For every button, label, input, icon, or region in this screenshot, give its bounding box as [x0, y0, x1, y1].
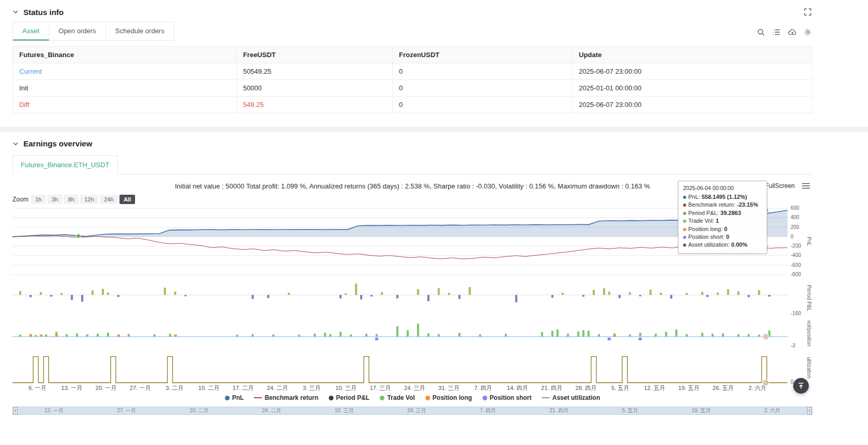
table-row: Diff549.2502025-06-07 23:00:00	[13, 97, 812, 113]
chart-legend: PnLBenchmark returnPeriod P&LTrade VolPo…	[12, 394, 812, 401]
svg-text:-3: -3	[791, 343, 795, 348]
chart-summary-text: Initial net value : 50000 Total profit: …	[175, 182, 650, 190]
section-divider	[0, 127, 868, 132]
svg-text:utilization: utilization	[806, 357, 812, 379]
svg-text:26. 五月: 26. 五月	[713, 385, 733, 391]
column-header-freeusdt: FreeUSDT	[236, 47, 392, 63]
legend-marker-icon	[329, 396, 333, 400]
svg-text:PnL: PnL	[806, 237, 812, 246]
column-header-frozenusdt: FrozenUSDT	[393, 47, 572, 63]
series-dot-icon	[683, 212, 686, 215]
cell-current-3: 2025-06-07 23:00:00	[572, 63, 812, 80]
navigator-labels: 13. 一月27. 一月10. 二月24. 二月10. 三月24. 三月7. 四…	[18, 407, 807, 414]
navigator-label: 27. 一月	[117, 407, 136, 414]
collapse-chevron-icon[interactable]	[12, 141, 19, 147]
navigator-right-handle[interactable]	[807, 407, 812, 414]
fullscreen-button[interactable]: FullScreen	[765, 182, 795, 190]
chart-navigator[interactable]: 13. 一月27. 一月10. 二月24. 二月10. 三月24. 三月7. 四…	[12, 407, 812, 415]
svg-text:-600: -600	[791, 262, 801, 268]
svg-text:200: 200	[791, 224, 799, 230]
asset-table-header-row: Futures_BinanceFreeUSDTFrozenUSDTUpdate	[13, 47, 812, 63]
svg-text:400: 400	[791, 214, 799, 220]
navigator-label: 21. 四月	[550, 407, 569, 414]
zoom-button-24h[interactable]: 24h	[100, 195, 117, 204]
svg-text:Period P&L: Period P&L	[806, 285, 812, 312]
legend-item-trade-vol[interactable]: Trade Vol	[380, 394, 415, 401]
series-dot-icon	[683, 204, 686, 207]
cell-init-1: 50000	[236, 80, 392, 97]
navigator-label: 10. 二月	[190, 407, 209, 414]
zoom-button-all[interactable]: All	[119, 195, 135, 204]
cell-init-3: 2025-01-01 00:00:00	[572, 80, 812, 97]
cell-current-1: 50549.25	[236, 63, 392, 80]
back-to-top-button[interactable]	[793, 378, 809, 394]
svg-text:-800: -800	[791, 272, 801, 277]
earnings-tab-strip: Futures_Binance.ETH_USDT	[12, 155, 812, 174]
collapse-chevron-icon[interactable]	[12, 9, 19, 15]
svg-text:2. 六月: 2. 六月	[749, 385, 766, 391]
legend-item-benchmark-return[interactable]: Benchmark return	[254, 394, 318, 401]
cell-init-2: 0	[393, 80, 572, 97]
svg-text:10. 三月: 10. 三月	[336, 385, 356, 391]
zoom-buttons: 1h 3h 8h 12h 24h All	[31, 196, 135, 203]
search-icon[interactable]	[756, 28, 766, 37]
navigator-label: 10. 三月	[335, 407, 354, 414]
table-row: Init5000002025-01-01 00:00:00	[13, 80, 812, 97]
legend-item-asset-utilization[interactable]: Asset utilization	[542, 394, 600, 401]
svg-text:5. 五月: 5. 五月	[611, 385, 629, 391]
navigator-label: 19. 五月	[692, 407, 711, 414]
navigator-left-handle[interactable]	[13, 407, 18, 414]
series-dot-icon	[683, 228, 686, 231]
zoom-button-8h[interactable]: 8h	[64, 195, 78, 204]
svg-text:-160: -160	[791, 311, 801, 316]
svg-text:7. 四月: 7. 四月	[474, 385, 492, 391]
legend-item-period-p-l[interactable]: Period P&L	[329, 394, 370, 401]
navigator-label: 24. 三月	[407, 407, 426, 414]
series-dot-icon	[683, 196, 686, 199]
svg-text:24. 三月: 24. 三月	[404, 385, 425, 391]
navigator-label: 7. 四月	[480, 407, 496, 414]
asset-table: Futures_BinanceFreeUSDTFrozenUSDTUpdate …	[12, 46, 812, 113]
tab-schedule-orders[interactable]: Schedule orders	[105, 22, 174, 41]
cloud-upload-icon[interactable]	[787, 28, 797, 37]
svg-text:20. 一月: 20. 一月	[96, 385, 116, 391]
cell-diff-2: 0	[393, 97, 572, 113]
svg-text:3. 三月: 3. 三月	[303, 385, 321, 391]
svg-text:600: 600	[791, 205, 799, 211]
cell-current-2: 0	[393, 63, 572, 80]
legend-item-pnl[interactable]: PnL	[225, 394, 244, 401]
svg-text:19. 五月: 19. 五月	[678, 385, 699, 391]
legend-item-position-long[interactable]: Position long	[425, 394, 472, 401]
tab-asset[interactable]: Asset	[13, 22, 49, 41]
earnings-overview-card: Earnings overview Futures_Binance.ETH_US…	[0, 132, 868, 415]
chart-menu-icon[interactable]	[801, 181, 810, 191]
cell-current-0[interactable]: Current	[13, 63, 237, 80]
svg-text:12. 五月: 12. 五月	[644, 385, 665, 391]
svg-text:13. 一月: 13. 一月	[61, 385, 82, 391]
svg-text:vol/position: vol/position	[806, 320, 812, 346]
legend-item-position-short[interactable]: Position short	[483, 394, 532, 401]
list-icon[interactable]	[772, 28, 781, 37]
status-info-card: Status info AssetOpen ordersSchedule ord…	[0, 0, 868, 127]
zoom-button-12h[interactable]: 12h	[80, 195, 98, 204]
tooltip-row-pnl: PnL: 558.1495 (1.12%)	[683, 193, 762, 201]
series-dot-icon	[683, 220, 686, 223]
legend-marker-icon	[483, 396, 487, 400]
svg-text:24. 二月: 24. 二月	[267, 385, 288, 391]
zoom-button-3h[interactable]: 3h	[47, 195, 62, 204]
zoom-button-1h[interactable]: 1h	[31, 195, 46, 204]
tooltip-row-position-short: Position short: 0	[683, 233, 762, 241]
status-tabs: AssetOpen ordersSchedule orders	[12, 22, 174, 41]
expand-fullscreen-icon[interactable]	[803, 7, 812, 17]
svg-text:0: 0	[791, 234, 794, 239]
status-info-title: Status info	[23, 8, 64, 17]
chart-tooltip: 2025-06-04 00:00:00 PnL: 558.1495 (1.12%…	[678, 181, 767, 254]
svg-text:-200: -200	[791, 243, 801, 249]
navigator-label: 2. 六月	[764, 407, 780, 414]
tab-futures-binance-eth-usdt[interactable]: Futures_Binance.ETH_USDT	[12, 155, 118, 174]
tab-open-orders[interactable]: Open orders	[49, 22, 105, 41]
cell-diff-1: 549.25	[236, 97, 392, 113]
cell-diff-3: 2025-06-07 23:00:00	[572, 97, 812, 113]
gear-icon[interactable]	[803, 28, 812, 37]
svg-text:17. 二月: 17. 二月	[233, 385, 253, 391]
